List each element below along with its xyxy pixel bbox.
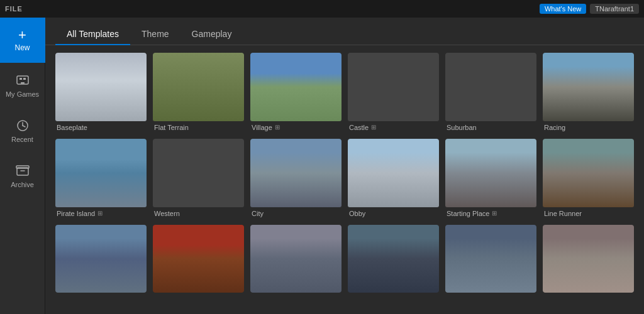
my-games-label: My Games — [6, 90, 39, 98]
template-label-flat-terrain: Flat Terrain — [153, 121, 244, 133]
copy-icon-castle: ⊞ — [371, 124, 376, 131]
template-label-castle: Castle ⊞ — [348, 121, 439, 133]
content-area: All Templates Theme Gameplay Baseplate F… — [45, 18, 644, 314]
template-thumb-flat-terrain — [153, 53, 244, 121]
template-card-row3a[interactable] — [55, 225, 147, 293]
template-thumb-row3d — [348, 225, 439, 293]
tab-theme[interactable]: Theme — [130, 24, 180, 45]
template-card-racing[interactable]: Racing — [543, 53, 634, 133]
template-label-racing: Racing — [543, 121, 634, 133]
sidebar: + New My Games Recent — [0, 18, 45, 314]
username-button[interactable]: TNaraftrant1 — [590, 4, 639, 14]
template-label-western: Western — [153, 207, 244, 219]
template-label-linerunner: Line Runner — [543, 207, 634, 219]
plus-icon: + — [18, 28, 26, 42]
sidebar-item-archive[interactable]: Archive — [0, 153, 45, 198]
svg-rect-7 — [17, 168, 28, 175]
template-card-row3e[interactable] — [445, 225, 536, 293]
template-thumb-pirate — [55, 139, 147, 207]
template-label-obby: Obby — [348, 207, 439, 219]
template-label-baseplate: Baseplate — [55, 121, 147, 133]
template-thumb-western — [153, 139, 244, 207]
svg-rect-3 — [21, 82, 25, 84]
template-label-suburban: Suburban — [445, 121, 536, 133]
grid-area: Baseplate Flat Terrain Village ⊞ — [45, 45, 644, 314]
template-thumb-baseplate — [55, 53, 147, 121]
top-bar: FILE What's New TNaraftrant1 — [0, 0, 644, 18]
template-card-western[interactable]: Western — [153, 139, 244, 219]
template-card-row3d[interactable] — [348, 225, 439, 293]
template-card-obby[interactable]: Obby — [348, 139, 439, 219]
template-card-suburban[interactable]: Suburban — [445, 53, 536, 133]
archive-label: Archive — [11, 181, 34, 188]
svg-rect-2 — [23, 78, 26, 80]
svg-rect-1 — [19, 78, 22, 80]
template-thumb-village — [250, 53, 341, 121]
top-bar-right: What's New TNaraftrant1 — [540, 4, 639, 14]
template-thumb-racing — [543, 53, 634, 121]
template-label-pirate: Pirate Island ⊞ — [55, 207, 147, 219]
copy-icon-pirate: ⊞ — [97, 210, 103, 217]
copy-icon-starting: ⊞ — [492, 210, 497, 217]
template-card-row3f[interactable] — [543, 225, 634, 293]
sidebar-item-my-games[interactable]: My Games — [0, 63, 45, 108]
template-thumb-row3f — [543, 225, 634, 293]
tab-all-templates[interactable]: All Templates — [55, 24, 130, 45]
copy-icon-village: ⊞ — [275, 124, 280, 131]
svg-line-6 — [23, 126, 25, 127]
template-card-flat-terrain[interactable]: Flat Terrain — [153, 53, 244, 133]
new-label: New — [14, 43, 30, 52]
template-thumb-castle — [348, 53, 439, 121]
main-layout: + New My Games Recent — [0, 18, 644, 314]
template-thumb-linerunner — [543, 139, 634, 207]
my-games-icon — [15, 73, 30, 88]
template-label-city: City — [250, 207, 341, 219]
template-card-row3b[interactable] — [153, 225, 244, 293]
template-card-city[interactable]: City — [250, 139, 341, 219]
recent-label: Recent — [11, 136, 33, 143]
template-thumb-row3c — [250, 225, 341, 293]
new-button[interactable]: + New — [0, 18, 45, 63]
template-thumb-starting — [445, 139, 536, 207]
template-card-baseplate[interactable]: Baseplate — [55, 53, 147, 133]
template-card-line-runner[interactable]: Line Runner — [543, 139, 634, 219]
template-thumb-obby — [348, 139, 439, 207]
whats-new-button[interactable]: What's New — [540, 4, 586, 14]
template-card-village[interactable]: Village ⊞ — [250, 53, 341, 133]
template-thumb-city — [250, 139, 341, 207]
template-label-village: Village ⊞ — [250, 121, 341, 133]
template-card-row3c[interactable] — [250, 225, 341, 293]
template-thumb-row3b — [153, 225, 244, 293]
archive-icon — [15, 163, 30, 178]
recent-icon — [15, 118, 30, 133]
svg-rect-8 — [16, 166, 29, 168]
templates-grid: Baseplate Flat Terrain Village ⊞ — [55, 53, 634, 293]
tab-gameplay[interactable]: Gameplay — [180, 24, 243, 45]
template-thumb-row3e — [445, 225, 536, 293]
file-menu-label[interactable]: FILE — [5, 5, 23, 13]
tabs-bar: All Templates Theme Gameplay — [45, 18, 644, 45]
template-thumb-suburban — [445, 53, 536, 121]
template-card-starting-place[interactable]: Starting Place ⊞ — [445, 139, 536, 219]
sidebar-item-recent[interactable]: Recent — [0, 108, 45, 153]
template-card-castle[interactable]: Castle ⊞ — [348, 53, 439, 133]
template-thumb-row3a — [55, 225, 147, 293]
template-card-pirate-island[interactable]: Pirate Island ⊞ — [55, 139, 147, 219]
template-label-starting: Starting Place ⊞ — [445, 207, 536, 219]
